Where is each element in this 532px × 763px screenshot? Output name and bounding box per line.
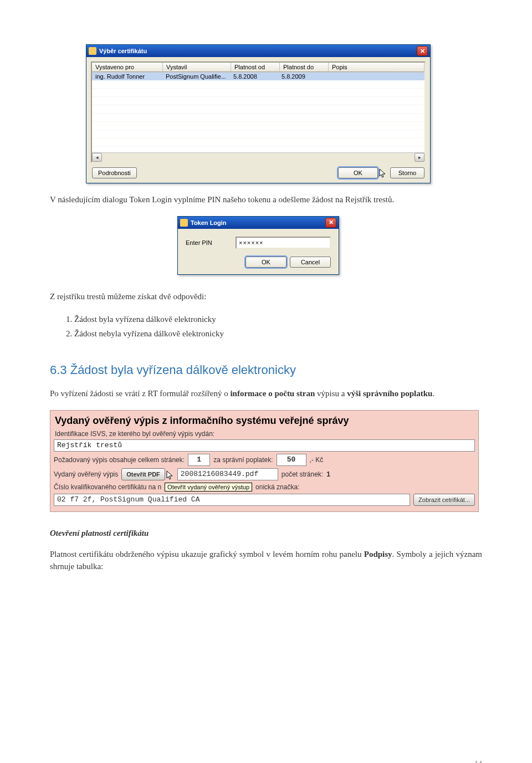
- scroll-left-icon[interactable]: ◂: [92, 153, 102, 162]
- cert-list-empty-area: [92, 80, 424, 152]
- cert-value[interactable]: 02 f7 2f, PostSignum Qualified CA: [54, 494, 410, 506]
- cell-valid-from: 5.8.2008: [230, 73, 278, 80]
- cert-row[interactable]: ing. Rudolf Tonner PostSignum Qualifie..…: [92, 73, 424, 80]
- cert-suffix: onická značka:: [255, 483, 299, 491]
- page-count-label: počet stránek:: [282, 470, 323, 478]
- answers-list: Žádost byla vyřízena dálkově elektronick…: [66, 313, 482, 341]
- cert-num-label: Číslo kvalifikovaného certifikátu na n: [54, 483, 161, 491]
- close-icon[interactable]: ✕: [417, 46, 428, 56]
- cursor-icon: [166, 469, 174, 479]
- col-issued-by[interactable]: Vystavil: [163, 63, 231, 72]
- ident-label: Identifikace ISVS, ze kterého byl ověřen…: [55, 430, 474, 438]
- close-icon[interactable]: ✕: [325, 218, 336, 228]
- panel-title: Vydaný ověřený výpis z informačního syst…: [55, 415, 475, 427]
- col-valid-to[interactable]: Platnost do: [280, 63, 329, 72]
- fee-value[interactable]: 50: [277, 454, 306, 466]
- cell-issued-to: ing. Rudolf Tonner: [92, 73, 162, 80]
- ident-value[interactable]: Rejstřík trestů: [54, 439, 475, 452]
- issued-label: Vydaný ověřený výpis: [54, 470, 118, 478]
- fee-suffix: ,- Kč: [310, 456, 324, 464]
- show-cert-button[interactable]: Zobrazit cetrifikát...: [413, 494, 475, 506]
- pages-value[interactable]: 1: [188, 454, 210, 466]
- issued-extract-panel: Vydaný ověřený výpis z informačního syst…: [50, 410, 479, 512]
- details-button[interactable]: Podrobnosti: [92, 167, 137, 178]
- cell-desc: [326, 73, 424, 80]
- pdf-filename[interactable]: 20081216083449.pdf: [177, 468, 278, 480]
- list-item: Žádost nebyla vyřízena dálkově elektroni…: [74, 327, 482, 341]
- pages-label: Požadovaný výpis obsahuje celkem stránek…: [54, 456, 185, 464]
- section-heading: 6.3 Žádost byla vyřízena dálkově elektro…: [50, 363, 482, 377]
- subheading: Otevření platnosti certifikátu: [50, 529, 482, 538]
- list-item: Žádost byla vyřízena dálkově elektronick…: [74, 313, 482, 327]
- cancel-button[interactable]: Cancel: [290, 257, 331, 268]
- horizontal-scrollbar[interactable]: ◂ ▸: [92, 152, 424, 162]
- ok-button[interactable]: OK: [338, 167, 378, 178]
- cursor-icon: [379, 167, 387, 177]
- open-pdf-button[interactable]: Otevřít PDF: [121, 468, 165, 480]
- col-valid-from[interactable]: Platnost od: [231, 63, 280, 72]
- pin-label: Enter PIN: [186, 239, 224, 246]
- cell-issued-by: PostSignum Qualifie...: [162, 73, 230, 80]
- page-number: 14: [474, 760, 482, 763]
- token-icon: [180, 219, 188, 227]
- col-issued-to[interactable]: Vystaveno pro: [92, 63, 163, 72]
- paragraph: V následujícím dialogu Token Login vypln…: [50, 193, 482, 206]
- fee-label: za správní poplatek:: [213, 456, 273, 464]
- paragraph: Z rejstříku trestů můžeme získat dvě odp…: [50, 290, 482, 303]
- scroll-right-icon[interactable]: ▸: [415, 153, 424, 162]
- cell-valid-to: 5.8.2009: [278, 73, 326, 80]
- cert-dialog-title: Výběr certifikátu: [99, 48, 147, 54]
- cert-list-header: Vystaveno pro Vystavil Platnost od Platn…: [92, 63, 424, 73]
- cert-listview[interactable]: Vystaveno pro Vystavil Platnost od Platn…: [91, 62, 426, 163]
- tooltip: Otevřít vydaný ověřený výstup: [165, 483, 252, 491]
- paragraph: Platnost certifikátu obdrženého výpisu u…: [50, 548, 482, 573]
- ok-button[interactable]: OK: [245, 257, 287, 268]
- cert-icon: [89, 47, 96, 55]
- page-count-value: 1: [326, 470, 330, 478]
- paragraph: Po vyřízení žádosti se vrátí z RT formul…: [50, 387, 482, 400]
- cert-dialog-titlebar[interactable]: Výběr certifikátu ✕: [86, 45, 430, 57]
- token-dialog-title: Token Login: [191, 219, 227, 226]
- cert-select-dialog: Výběr certifikátu ✕ Vystaveno pro Vystav…: [86, 44, 431, 183]
- cancel-button[interactable]: Storno: [390, 167, 424, 178]
- pin-input[interactable]: [236, 237, 331, 249]
- col-desc[interactable]: Popis: [329, 63, 424, 72]
- token-login-dialog: Token Login ✕ Enter PIN OK Cancel: [177, 216, 339, 275]
- token-dialog-titlebar[interactable]: Token Login ✕: [178, 217, 339, 229]
